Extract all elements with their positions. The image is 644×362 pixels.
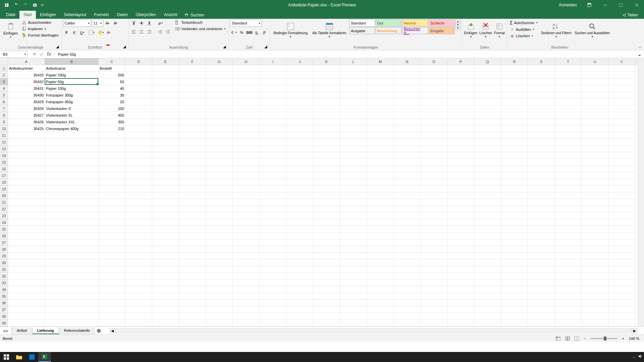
- cell-D10[interactable]: [125, 125, 152, 132]
- cell-Q20[interactable]: [474, 192, 501, 199]
- style-standard[interactable]: Standard: [349, 19, 375, 26]
- cell-P14[interactable]: [447, 152, 474, 159]
- cell-B28[interactable]: [45, 246, 99, 253]
- accept-formula-button[interactable]: ✓: [38, 51, 45, 58]
- cell-O24[interactable]: [421, 219, 447, 226]
- cell-E11[interactable]: [152, 132, 179, 139]
- cell-G1[interactable]: [206, 65, 233, 72]
- cell-H38[interactable]: [233, 313, 260, 320]
- cell-I18[interactable]: [260, 179, 286, 186]
- cell-L22[interactable]: [340, 206, 367, 213]
- sheet-tab-lieferung[interactable]: Lieferung: [32, 327, 59, 334]
- cell-K23[interactable]: [313, 213, 340, 219]
- row-header-20[interactable]: 20: [0, 192, 8, 199]
- cell-E21[interactable]: [152, 199, 179, 206]
- cell-N39[interactable]: [394, 320, 421, 326]
- cell-J7[interactable]: [286, 105, 313, 112]
- align-right-button[interactable]: [146, 28, 153, 36]
- cell-A34[interactable]: [8, 286, 45, 293]
- cell-J39[interactable]: [286, 320, 313, 326]
- cell-L5[interactable]: [340, 92, 367, 99]
- cell-G19[interactable]: [206, 186, 233, 192]
- row-header-17[interactable]: 17: [0, 172, 8, 179]
- name-box[interactable]: B3▾: [1, 51, 28, 58]
- cell-T10[interactable]: [555, 125, 582, 132]
- cell-M5[interactable]: [367, 92, 394, 99]
- cell-A11[interactable]: [8, 132, 45, 139]
- cell-K17[interactable]: [313, 172, 340, 179]
- cell-P35[interactable]: [447, 293, 474, 300]
- cell-O1[interactable]: [421, 65, 447, 72]
- wrap-text-button[interactable]: abcTextumbruch: [174, 19, 227, 25]
- cell-H25[interactable]: [233, 226, 260, 233]
- cell-K26[interactable]: [313, 233, 340, 239]
- cell-J28[interactable]: [286, 246, 313, 253]
- cell-M25[interactable]: [367, 226, 394, 233]
- add-sheet-button[interactable]: ⊕: [95, 327, 103, 334]
- cell-S22[interactable]: [528, 206, 555, 213]
- cell-V5[interactable]: [608, 92, 635, 99]
- cell-C18[interactable]: [99, 179, 125, 186]
- cell-B23[interactable]: [45, 213, 99, 219]
- cell-C11[interactable]: [99, 132, 125, 139]
- cell-A2[interactable]: 35433: [8, 72, 45, 78]
- cell-C38[interactable]: [99, 313, 125, 320]
- cells-area[interactable]: ArtikelnummerArtikelnameBestellt35433Pap…: [8, 65, 638, 326]
- cell-Q15[interactable]: [474, 159, 501, 166]
- cell-N16[interactable]: [394, 166, 421, 172]
- increase-font-button[interactable]: A▴: [104, 19, 111, 27]
- cell-F37[interactable]: [179, 306, 206, 313]
- cell-T39[interactable]: [555, 320, 582, 326]
- cell-A12[interactable]: [8, 139, 45, 145]
- cell-N9[interactable]: [394, 119, 421, 125]
- normal-view-button[interactable]: [554, 336, 562, 342]
- cell-E35[interactable]: [152, 293, 179, 300]
- cell-A39[interactable]: [8, 320, 45, 326]
- cell-E1[interactable]: [152, 65, 179, 72]
- cell-I39[interactable]: [260, 320, 286, 326]
- cell-G26[interactable]: [206, 233, 233, 239]
- cell-S9[interactable]: [528, 119, 555, 125]
- orientation-button[interactable]: ab▾: [156, 19, 164, 27]
- cell-Q23[interactable]: [474, 213, 501, 219]
- cell-L33[interactable]: [340, 280, 367, 286]
- cell-M36[interactable]: [367, 300, 394, 306]
- cell-O23[interactable]: [421, 213, 447, 219]
- cell-F13[interactable]: [179, 145, 206, 152]
- cell-P36[interactable]: [447, 300, 474, 306]
- cell-D26[interactable]: [125, 233, 152, 239]
- cell-P34[interactable]: [447, 286, 474, 293]
- cell-E25[interactable]: [152, 226, 179, 233]
- cell-H3[interactable]: [233, 78, 260, 85]
- cell-H24[interactable]: [233, 219, 260, 226]
- sort-filter-button[interactable]: AZ Sortieren und Filtern ▾: [540, 19, 573, 42]
- cell-T37[interactable]: [555, 306, 582, 313]
- align-center-button[interactable]: [138, 28, 145, 36]
- cell-P22[interactable]: [447, 206, 474, 213]
- cell-B13[interactable]: [45, 145, 99, 152]
- cell-E20[interactable]: [152, 192, 179, 199]
- cell-A8[interactable]: 35427: [8, 112, 45, 119]
- cell-U36[interactable]: [582, 300, 608, 306]
- cell-N10[interactable]: [394, 125, 421, 132]
- cell-I8[interactable]: [260, 112, 286, 119]
- tab-insert[interactable]: Einfügen: [36, 11, 60, 19]
- cell-F3[interactable]: [179, 78, 206, 85]
- cell-R21[interactable]: [501, 199, 528, 206]
- cell-T22[interactable]: [555, 206, 582, 213]
- cell-E4[interactable]: [152, 85, 179, 92]
- cell-A7[interactable]: 35428: [8, 105, 45, 112]
- tab-data[interactable]: Daten: [113, 11, 132, 19]
- row-header-4[interactable]: 4: [0, 85, 8, 92]
- row-header-9[interactable]: 9: [0, 119, 8, 125]
- cell-H6[interactable]: [233, 99, 260, 105]
- cell-D20[interactable]: [125, 192, 152, 199]
- cell-G31[interactable]: [206, 266, 233, 273]
- cell-T5[interactable]: [555, 92, 582, 99]
- cell-H2[interactable]: [233, 72, 260, 78]
- cell-V15[interactable]: [608, 159, 635, 166]
- cell-K25[interactable]: [313, 226, 340, 233]
- cell-B11[interactable]: [45, 132, 99, 139]
- cell-B39[interactable]: [45, 320, 99, 326]
- cell-G20[interactable]: [206, 192, 233, 199]
